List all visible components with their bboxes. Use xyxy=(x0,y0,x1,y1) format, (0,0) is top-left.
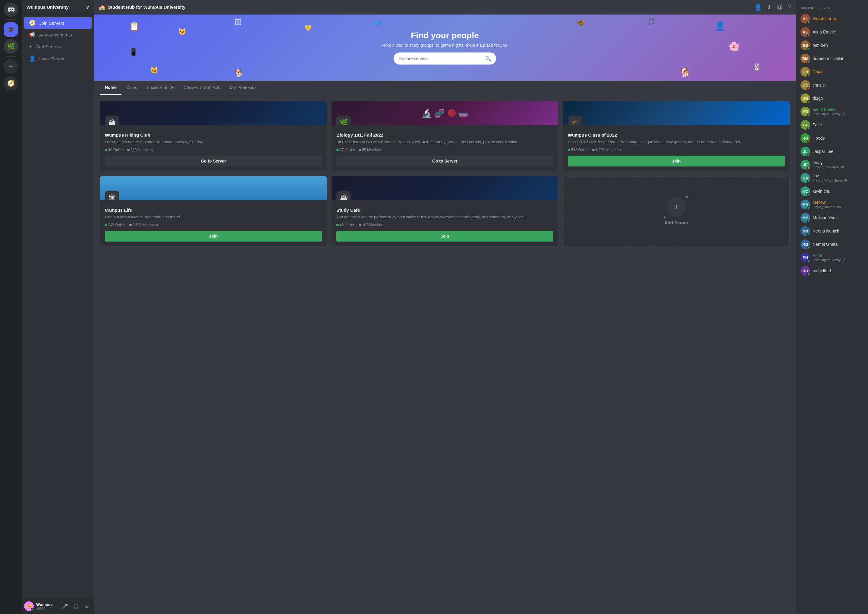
stat-members-cafe: 187 Members xyxy=(359,223,384,227)
server-divider xyxy=(6,19,16,20)
member-item-jenny[interactable]: JE jenny Playing Fishington 🎮 xyxy=(798,158,866,171)
member-info-phibi: Phibi Listening to Spotify 🎵 xyxy=(812,253,846,262)
member-info-jaspar: Jaspar Lee xyxy=(812,149,833,154)
channel-label-invite: Invite People xyxy=(39,56,65,61)
member-item-neena[interactable]: NN Neena Nenick xyxy=(798,224,866,238)
member-item-kaz[interactable]: KA kaz Playing Witch Game 🎮 xyxy=(798,171,866,185)
member-avatar-wrap-mallorie: MY xyxy=(800,213,810,222)
member-item-hoods[interactable]: HO Hoods xyxy=(798,132,866,145)
member-status-mallorie xyxy=(807,219,810,222)
mute-button[interactable]: 🎤 xyxy=(60,602,70,611)
card-avatar-campus: 🏛 xyxy=(105,191,119,200)
goto-server-bio[interactable]: Go to Server xyxy=(336,155,553,166)
card-banner-bio: 🔬 🧬 🔴 🧫 🌿 xyxy=(332,101,558,125)
tab-social-study[interactable]: Social & Study xyxy=(142,81,179,95)
server-divider-2 xyxy=(6,56,16,57)
member-status-neena xyxy=(807,233,810,236)
member-item-rachelle[interactable]: RD rachelle d. xyxy=(798,264,866,277)
sparkle-icon-bottom: ✦ xyxy=(663,215,666,219)
tab-classes[interactable]: Classes & Subjects xyxy=(179,81,225,95)
member-status-brando xyxy=(807,60,810,63)
member-name-akash: Akash Leone xyxy=(812,16,837,21)
member-info-brando: brando mcclellan xyxy=(812,56,845,61)
user-panel: 🐱 Wumpus #0000 🎤 🎧 ⚙ xyxy=(22,598,94,614)
server-gaming[interactable]: 🌿 xyxy=(4,39,18,54)
card-avatar-class2022: 🎓 xyxy=(568,115,582,125)
goto-server-hiking[interactable]: Go to Server xyxy=(105,155,322,166)
channel-item-join-servers[interactable]: 🧭 Join Servers xyxy=(24,17,91,29)
server-card-campus: 🏛 Campus Life Find out about events, fre… xyxy=(100,176,327,246)
headset-button[interactable]: 🎧 xyxy=(71,602,81,611)
member-avatar-wrap-jaspar: JL xyxy=(800,146,810,156)
stat-online-bio: 27 Online xyxy=(336,148,355,152)
hub-header-icon: 🏫 xyxy=(99,4,105,11)
member-item-mallorie[interactable]: MY Mallorie Yves xyxy=(798,211,866,224)
member-item-jaspar[interactable]: JL Jaspar Lee xyxy=(798,145,866,158)
card-avatar-bio: 🌿 xyxy=(336,115,351,125)
member-name-face: Face xyxy=(812,123,822,127)
card-stats-campus: 947 Online 3,589 Members xyxy=(105,223,322,227)
join-servers-icon: 🧭 xyxy=(29,20,36,26)
banner-subtitle: From clubs, to study groups, to game nig… xyxy=(381,43,508,48)
settings-button[interactable]: ⚙ xyxy=(82,602,91,611)
member-name-benben: ben ben xyxy=(812,43,828,48)
member-item-nermit[interactable]: NG Nermit Ghafa xyxy=(798,238,866,251)
member-activity-eddie: Listening to Spotify 🎵 xyxy=(812,112,846,116)
add-server-button[interactable]: + xyxy=(4,59,18,74)
explore-servers-button[interactable]: 🧭 xyxy=(4,76,18,90)
member-item-eddie[interactable]: EB eddie beetie Listening to Spotify 🎵 xyxy=(798,105,866,118)
add-server-circle: + × xyxy=(666,197,686,216)
channel-item-announcements[interactable]: 📢 Announcements xyxy=(24,29,91,40)
invite-people-icon: 👤 xyxy=(29,55,36,62)
server-header[interactable]: Wumpus University ∨ xyxy=(22,0,94,14)
join-class2022[interactable]: Join xyxy=(568,155,785,166)
stat-members-campus: 3,589 Members xyxy=(129,223,158,227)
member-item-phibi[interactable]: PH Phibi Listening to Spotify 🎵 xyxy=(798,251,866,264)
member-item-kevinchu[interactable]: KC kevin chu xyxy=(798,185,866,198)
download-button[interactable]: ⬇ xyxy=(767,4,772,11)
discord-home-button[interactable] xyxy=(4,2,18,17)
member-status-benben xyxy=(807,47,810,50)
join-campus[interactable]: Join xyxy=(105,231,322,242)
server-card-class2022: 🎓 Wumpus Class of 2022 Class of '22 chil… xyxy=(563,101,790,171)
card-body-hiking: Wumpus Hiking Club Let's get into nature… xyxy=(100,125,327,171)
member-info-chad: Chad xyxy=(812,69,823,74)
member-item-brando[interactable]: BM brando mcclellan xyxy=(798,52,866,65)
add-server-card[interactable]: ✦ ✦ + × Add Server xyxy=(563,176,790,246)
member-item-chrisc[interactable]: CC chris c. xyxy=(798,78,866,92)
friends-button[interactable]: 👤 xyxy=(754,4,762,11)
member-name-chad: Chad xyxy=(812,69,823,74)
current-user-name: Wumpus xyxy=(36,602,58,607)
banner-title: Find your people xyxy=(411,31,479,40)
join-cafe[interactable]: Join xyxy=(336,231,553,242)
explore-search-input[interactable] xyxy=(398,56,483,61)
channel-item-add-servers[interactable]: + Add Servers xyxy=(24,41,91,53)
tab-home[interactable]: Home xyxy=(100,81,121,95)
tab-miscellaneous[interactable]: Miscellaneous xyxy=(225,81,261,95)
mention-button[interactable]: @ xyxy=(777,4,783,11)
member-item-chad[interactable]: CH Chad xyxy=(798,65,866,78)
member-activity-kaz: Playing Witch Game 🎮 xyxy=(812,179,848,182)
member-item-benben[interactable]: BB ben ben xyxy=(798,39,866,52)
server-wumpus-university[interactable]: 🎓 xyxy=(4,22,18,37)
member-status-rachelle xyxy=(807,273,810,276)
member-item-alina[interactable]: AE Alina Emelle xyxy=(798,25,866,39)
member-item-akash[interactable]: AL Akash Leone xyxy=(798,12,866,25)
member-item-di3go[interactable]: DG di3go xyxy=(798,92,866,105)
member-name-alina: Alina Emelle xyxy=(812,30,836,34)
card-name-hiking: Wumpus Hiking Club xyxy=(105,132,322,138)
member-name-kaz: kaz xyxy=(812,173,848,178)
member-item-face[interactable]: FA Face xyxy=(798,118,866,132)
channel-list: 🧭 Join Servers 📢 Announcements + Add Ser… xyxy=(22,14,94,598)
card-stats-hiking: 49 Online 220 Members xyxy=(105,148,322,152)
member-info-rachelle: rachelle d. xyxy=(812,268,832,273)
server-card-cafe: ☕ Study Cafe You got this! Find the perf… xyxy=(332,176,558,246)
member-item-mallow[interactable]: MA Mallow Playing Journey 🎮 xyxy=(798,198,866,211)
help-button[interactable]: ? xyxy=(787,4,791,11)
tab-clubs[interactable]: Clubs xyxy=(121,81,142,95)
card-stats-class2022: 542 Online 1,003 Members xyxy=(568,148,785,152)
member-info-mallow: Mallow Playing Journey 🎮 xyxy=(812,200,841,209)
add-servers-icon: + xyxy=(29,43,33,50)
channel-item-invite-people[interactable]: 👤 Invite People xyxy=(24,53,91,64)
hub-tabs: Home Clubs Social & Study Classes & Subj… xyxy=(94,81,796,95)
